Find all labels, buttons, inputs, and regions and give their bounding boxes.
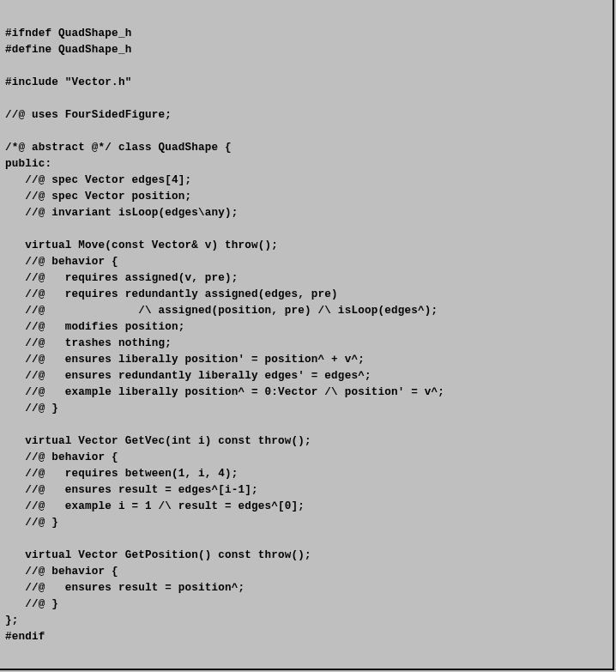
code-line: //@ requires assigned(v, pre);	[5, 272, 239, 284]
code-line: /*@ abstract @*/ class QuadShape {	[5, 142, 232, 154]
code-line: public:	[5, 158, 51, 170]
code-line: //@ }	[5, 598, 58, 610]
code-line: //@ ensures result = edges^[i-1];	[5, 484, 258, 496]
code-line: //@ trashes nothing;	[5, 337, 172, 349]
code-line: //@ behavior {	[5, 256, 118, 268]
code-line: //@ behavior {	[5, 451, 118, 463]
code-line: //@ uses FourSidedFigure;	[5, 109, 172, 121]
code-line: //@ requires between(1, i, 4);	[5, 468, 239, 480]
code-line: //@ }	[5, 403, 58, 415]
code-line: //@ requires redundantly assigned(edges,…	[5, 288, 338, 300]
code-line: //@ example liberally position^ = 0:Vect…	[5, 386, 444, 398]
code-line: #include "Vector.h"	[5, 76, 131, 88]
code-line: //@ ensures liberally position' = positi…	[5, 354, 365, 366]
code-line: //@ modifies position;	[5, 321, 184, 333]
code-line: #endif	[5, 631, 45, 643]
code-line: //@ }	[5, 517, 58, 529]
code-line: virtual Vector GetVec(int i) const throw…	[5, 435, 311, 447]
code-line: #define QuadShape_h	[5, 44, 131, 56]
code-line: //@ example i = 1 /\ result = edges^[0];	[5, 500, 305, 512]
code-line: virtual Move(const Vector& v) throw();	[5, 239, 278, 251]
code-line: //@ spec Vector position;	[5, 191, 191, 203]
code-line: //@ /\ assigned(position, pre) /\ isLoop…	[5, 305, 438, 317]
code-line: //@ ensures result = position^;	[5, 582, 245, 594]
code-line: //@ behavior {	[5, 566, 118, 578]
code-line: };	[5, 614, 19, 627]
code-line: //@ invariant isLoop(edges\any);	[5, 207, 239, 219]
code-frame: #ifndef QuadShape_h #define QuadShape_h …	[0, 0, 614, 670]
code-line: //@ spec Vector edges[4];	[5, 174, 191, 186]
code-line: //@ ensures redundantly liberally edges'…	[5, 370, 371, 382]
code-line: #ifndef QuadShape_h	[5, 27, 131, 39]
code-line: virtual Vector GetPosition() const throw…	[5, 549, 311, 561]
code-listing: #ifndef QuadShape_h #define QuadShape_h …	[0, 0, 613, 656]
